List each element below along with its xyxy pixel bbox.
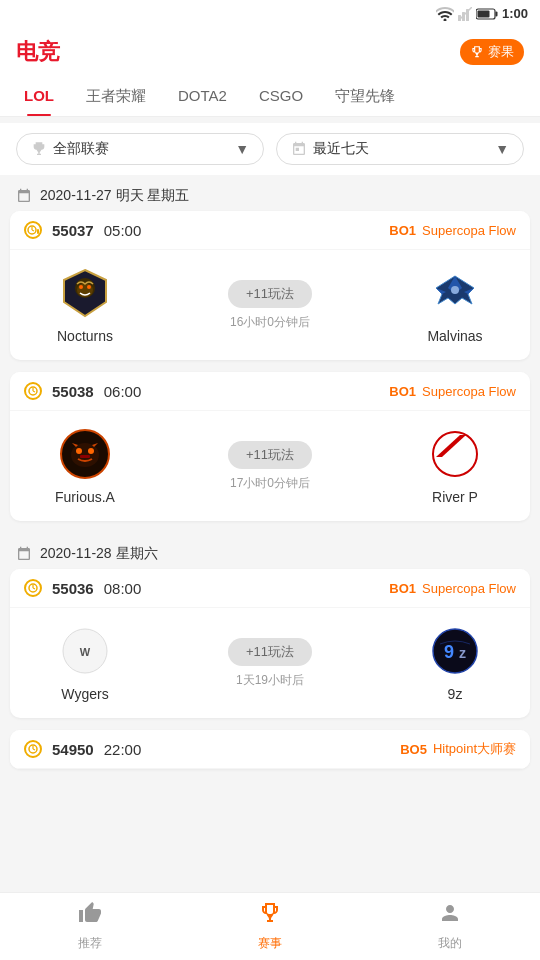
svg-line-9: [32, 230, 34, 231]
svg-point-14: [87, 285, 91, 289]
trophy-nav-icon: [258, 901, 282, 931]
team1-logo-55038: [58, 427, 112, 481]
match-body-55037[interactable]: Nocturns +11玩法 16小时0分钟后 Malvinas: [10, 250, 530, 360]
date-filter-text: 最近七天: [313, 140, 489, 158]
status-time: 1:00: [502, 6, 528, 21]
bo-tag-54950: BO5: [400, 742, 427, 757]
date-label-1: 2020-11-27 明天 星期五: [40, 187, 189, 205]
date-filter[interactable]: 最近七天 ▼: [276, 133, 524, 165]
nav-recommend-label: 推荐: [78, 935, 102, 952]
svg-line-18: [33, 391, 35, 392]
svg-point-13: [79, 285, 83, 289]
team2-name-55038: River P: [432, 489, 478, 505]
bottom-nav: 推荐 赛事 我的: [0, 892, 540, 960]
svg-text:z: z: [459, 645, 466, 661]
team2-55036: 9 z 9z: [400, 624, 510, 702]
match-header-55037: 55037 05:00 BO1 Supercopa Flow: [10, 211, 530, 250]
team2-logo-55036: 9 z: [428, 624, 482, 678]
result-button[interactable]: 赛果: [460, 39, 524, 65]
countdown-55038: 17小时0分钟后: [230, 475, 310, 492]
league-tag-55036: Supercopa Flow: [422, 581, 516, 596]
svg-point-15: [451, 286, 459, 294]
match-time-55036: 08:00: [104, 580, 142, 597]
wifi-icon: [436, 7, 454, 21]
match-header-55038: 55038 06:00 BO1 Supercopa Flow: [10, 372, 530, 411]
team2-55037: Malvinas: [400, 266, 510, 344]
status-icons: 1:00: [436, 6, 528, 21]
signal-icon: [458, 7, 472, 21]
trophy-filter-icon: [31, 141, 47, 157]
clock-icon-55036: [24, 579, 42, 597]
team2-logo-55037: [428, 266, 482, 320]
clock-icon-55038: [24, 382, 42, 400]
countdown-55037: 16小时0分钟后: [230, 314, 310, 331]
bo-tag-55036: BO1: [389, 581, 416, 596]
nav-recommend[interactable]: 推荐: [0, 893, 180, 960]
nav-events[interactable]: 赛事: [180, 893, 360, 960]
content-area: 全部联赛 ▼ 最近七天 ▼ 2020-11-27 明天 星期五: [0, 123, 540, 839]
calendar-filter-icon: [291, 141, 307, 157]
league-tag-55038: Supercopa Flow: [422, 384, 516, 399]
match-id-55038: 55038: [52, 383, 94, 400]
match-middle-55038[interactable]: +11玩法 17小时0分钟后: [228, 441, 312, 492]
team1-name-55036: Wygers: [61, 686, 108, 702]
clock-icon-54950: [24, 740, 42, 758]
svg-point-21: [76, 448, 82, 454]
svg-rect-23: [80, 455, 90, 458]
match-body-55038[interactable]: Furious.A +11玩法 17小时0分钟后 River P: [10, 411, 530, 521]
match-tags-54950: BO5 Hitpoint大师赛: [400, 740, 516, 758]
calendar-icon-1: [16, 188, 32, 204]
tab-dota2[interactable]: DOTA2: [162, 77, 243, 116]
clock-icon-55037: [24, 221, 42, 239]
app-header: 电竞 赛果: [0, 27, 540, 77]
team2-55038: River P: [400, 427, 510, 505]
person-icon: [438, 901, 462, 931]
status-bar: 1:00: [0, 0, 540, 27]
nav-mine[interactable]: 我的: [360, 893, 540, 960]
tab-owl[interactable]: 守望先锋: [319, 77, 411, 116]
match-middle-55036[interactable]: +11玩法 1天19小时后: [228, 638, 312, 689]
svg-text:W: W: [80, 646, 91, 658]
svg-point-31: [433, 629, 477, 673]
match-id-55036: 55036: [52, 580, 94, 597]
svg-rect-6: [477, 10, 489, 17]
match-header-54950: 54950 22:00 BO5 Hitpoint大师赛: [10, 730, 530, 769]
team1-55037: Nocturns: [30, 266, 140, 344]
match-middle-55037[interactable]: +11玩法 16小时0分钟后: [228, 280, 312, 331]
thumb-up-icon: [78, 901, 102, 931]
bo-tag-55038: BO1: [389, 384, 416, 399]
tab-wzry[interactable]: 王者荣耀: [70, 77, 162, 116]
team2-name-55037: Malvinas: [427, 328, 482, 344]
match-time-55038: 06:00: [104, 383, 142, 400]
match-card-55036: 55036 08:00 BO1 Supercopa Flow W Wygers …: [10, 569, 530, 718]
match-body-55036[interactable]: W Wygers +11玩法 1天19小时后 9 z: [10, 608, 530, 718]
team1-logo-55037: [58, 266, 112, 320]
nav-mine-label: 我的: [438, 935, 462, 952]
match-time-54950: 22:00: [104, 741, 142, 758]
league-filter-text: 全部联赛: [53, 140, 229, 158]
play-btn-55037[interactable]: +11玩法: [228, 280, 312, 308]
match-card-55037: 55037 05:00 BO1 Supercopa Flow: [10, 211, 530, 360]
team1-name-55038: Furious.A: [55, 489, 115, 505]
date-label-2: 2020-11-28 星期六: [40, 545, 158, 563]
team1-55036: W Wygers: [30, 624, 140, 702]
battery-icon: [476, 8, 498, 20]
match-card-54950: 54950 22:00 BO5 Hitpoint大师赛: [10, 730, 530, 769]
team2-logo-55038: [428, 427, 482, 481]
app-title: 电竞: [16, 37, 60, 67]
svg-rect-5: [495, 11, 497, 16]
nav-events-label: 赛事: [258, 935, 282, 952]
trophy-icon: [470, 45, 484, 59]
tab-lol[interactable]: LOL: [8, 77, 70, 116]
match-id-54950: 54950: [52, 741, 94, 758]
match-tags-55038: BO1 Supercopa Flow: [389, 384, 516, 399]
calendar-icon-2: [16, 546, 32, 562]
league-tag-55037: Supercopa Flow: [422, 223, 516, 238]
league-filter[interactable]: 全部联赛 ▼: [16, 133, 264, 165]
countdown-55036: 1天19小时后: [236, 672, 304, 689]
league-filter-arrow: ▼: [235, 141, 249, 157]
tab-bar: LOL 王者荣耀 DOTA2 CSGO 守望先锋: [0, 77, 540, 117]
tab-csgo[interactable]: CSGO: [243, 77, 319, 116]
play-btn-55036[interactable]: +11玩法: [228, 638, 312, 666]
play-btn-55038[interactable]: +11玩法: [228, 441, 312, 469]
